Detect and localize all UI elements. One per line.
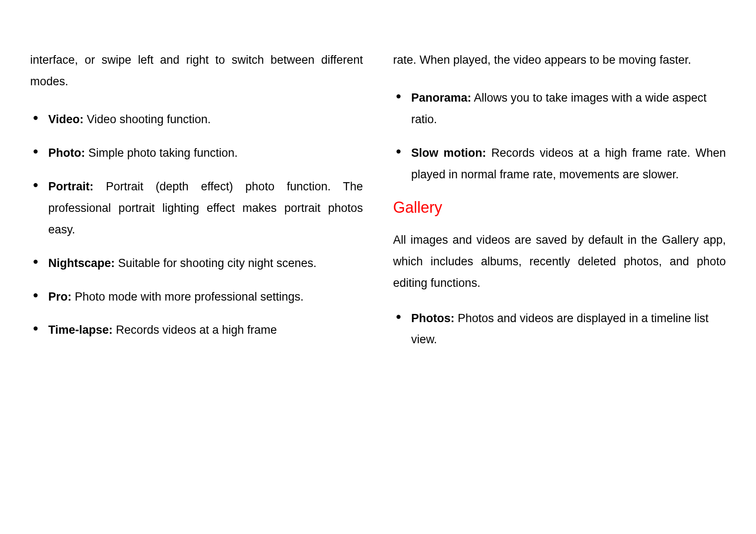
continuation-fragment: rate. When played, the video appears to … bbox=[393, 53, 691, 66]
desc-portrait: Portrait (depth effect) photo function. … bbox=[48, 180, 363, 236]
desc-video: Video shooting function. bbox=[84, 113, 211, 126]
camera-modes-list-left: Video: Video shooting function. Photo: S… bbox=[30, 109, 363, 342]
camera-modes-list-right: Panorama: Allows you to take images with… bbox=[393, 87, 726, 186]
term-video: Video: bbox=[48, 113, 84, 126]
gallery-heading: Gallery bbox=[393, 199, 726, 217]
term-nightscape: Nightscape: bbox=[48, 257, 115, 270]
desc-nightscape: Suitable for shooting city night scenes. bbox=[115, 257, 317, 270]
gallery-list: Photos: Photos and videos are displayed … bbox=[393, 308, 726, 351]
term-panorama: Panorama: bbox=[411, 91, 472, 104]
continuation-text: rate. When played, the video appears to … bbox=[393, 50, 726, 71]
list-item: Pro: Photo mode with more professional s… bbox=[30, 286, 363, 308]
list-item: Portrait: Portrait (depth effect) photo … bbox=[30, 176, 363, 241]
term-timelapse: Time-lapse: bbox=[48, 323, 113, 336]
two-column-layout: interface, or swipe left and right to sw… bbox=[30, 50, 726, 363]
term-pro: Pro: bbox=[48, 290, 72, 303]
desc-timelapse: Records videos at a high frame bbox=[113, 323, 277, 336]
list-item: Time-lapse: Records videos at a high fra… bbox=[30, 320, 363, 341]
term-portrait: Portrait: bbox=[48, 180, 93, 193]
gallery-intro-text: All images and videos are saved by defau… bbox=[393, 230, 726, 294]
desc-pro: Photo mode with more professional settin… bbox=[72, 290, 304, 303]
intro-text-left: interface, or swipe left and right to sw… bbox=[30, 50, 363, 93]
list-item: Video: Video shooting function. bbox=[30, 109, 363, 130]
list-item: Slow motion: Records videos at a high fr… bbox=[393, 143, 726, 186]
desc-photos: Photos and videos are displayed in a tim… bbox=[411, 312, 709, 346]
list-item: Panorama: Allows you to take images with… bbox=[393, 87, 726, 130]
desc-photo: Simple photo taking function. bbox=[85, 146, 237, 159]
right-column: rate. When played, the video appears to … bbox=[393, 50, 726, 363]
list-item: Photos: Photos and videos are displayed … bbox=[393, 308, 726, 351]
list-item: Photo: Simple photo taking function. bbox=[30, 143, 363, 164]
list-item: Nightscape: Suitable for shooting city n… bbox=[30, 253, 363, 274]
term-photo: Photo: bbox=[48, 146, 85, 159]
intro-fragment: interface, or swipe left and right to sw… bbox=[30, 50, 363, 93]
term-photos: Photos: bbox=[411, 312, 455, 325]
left-column: interface, or swipe left and right to sw… bbox=[30, 50, 363, 363]
term-slowmotion: Slow motion: bbox=[411, 146, 486, 159]
